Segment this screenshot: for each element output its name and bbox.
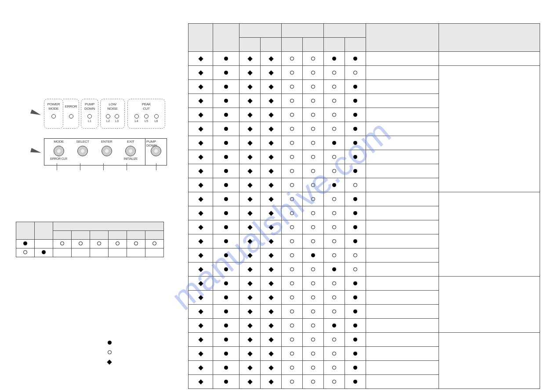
filled-circle-icon: [332, 57, 336, 61]
table-header: [53, 222, 164, 231]
open-circle-icon: [311, 380, 315, 384]
rotary-knob-icon: [77, 146, 88, 156]
diamond-icon: [247, 309, 252, 314]
table-cell: [239, 52, 261, 66]
filled-circle-icon: [224, 211, 228, 215]
switch-group-pump: PUMP DOWN: [145, 139, 167, 165]
table-cell: [303, 220, 324, 234]
table-cell: [239, 333, 261, 347]
open-circle-icon: [311, 281, 315, 285]
table-cell: [189, 192, 213, 206]
open-circle-icon: [97, 241, 101, 245]
table-cell: [213, 361, 239, 375]
table-cell: [90, 248, 109, 257]
table-header: [35, 222, 53, 240]
table-cell-desc: [439, 66, 540, 192]
table-cell: [213, 150, 239, 164]
table-cell: [261, 234, 282, 248]
table-cell: [189, 52, 213, 66]
diamond-icon: [247, 183, 252, 187]
open-circle-icon: [79, 241, 83, 245]
table-cell: [127, 240, 145, 248]
diamond-icon: [268, 365, 273, 370]
open-circle-icon: [332, 225, 336, 229]
table-cell: [261, 178, 282, 192]
table-cell: [303, 150, 324, 164]
table-cell: [189, 80, 213, 94]
table-row: [16, 240, 164, 248]
table-cell: [239, 192, 261, 206]
table-cell: [345, 150, 366, 164]
table-cell: [213, 305, 239, 319]
filled-circle-icon: [224, 183, 228, 187]
table-cell: [213, 220, 239, 234]
table-cell: [35, 248, 53, 257]
filled-circle-icon: [224, 338, 228, 342]
filled-circle-icon: [224, 113, 228, 117]
legend-item: [105, 357, 113, 367]
diamond-icon: [268, 295, 273, 300]
filled-circle-icon: [353, 113, 357, 117]
diamond-icon: [268, 169, 273, 173]
table-cell: [345, 122, 366, 136]
filled-circle-icon: [224, 380, 228, 384]
diamond-icon: [247, 197, 252, 201]
open-circle-icon: [332, 113, 336, 117]
diamond-icon: [198, 379, 203, 384]
table-cell: [213, 206, 239, 220]
open-circle-icon: [311, 85, 315, 89]
table-cell: [303, 122, 324, 136]
open-circle-icon: [311, 309, 315, 313]
table-cell: [189, 347, 213, 361]
switch-select: SELECT: [73, 139, 92, 162]
open-circle-icon: [311, 366, 315, 370]
table-cell: [324, 94, 345, 108]
led-label: PEAK CUT: [129, 100, 164, 113]
table-cell: [261, 220, 282, 234]
table-cell: [261, 150, 282, 164]
table-cell: [282, 333, 303, 347]
filled-circle-icon: [353, 281, 357, 285]
open-circle-icon: [332, 309, 336, 313]
table-row: [189, 52, 540, 66]
table-cell: [239, 206, 261, 220]
filled-circle-icon: [224, 253, 228, 257]
table-cell-desc: [366, 361, 439, 375]
open-circle-icon: [290, 183, 294, 187]
diamond-icon: [268, 98, 273, 103]
table-header: [213, 24, 239, 52]
table-cell: [239, 136, 261, 150]
switch-label: MODE: [54, 140, 64, 145]
table-cell: [189, 361, 213, 375]
open-circle-icon: [332, 380, 336, 384]
diamond-icon: [198, 351, 203, 356]
table-cell: [189, 234, 213, 248]
table-cell: [213, 52, 239, 66]
table-cell: [239, 164, 261, 178]
diamond-icon: [268, 337, 273, 342]
table-cell: [324, 277, 345, 291]
filled-circle-icon: [311, 253, 315, 257]
table-cell: [324, 122, 345, 136]
table-row: [189, 277, 540, 291]
table-header: [303, 38, 324, 52]
table-cell-desc: [366, 192, 439, 206]
table-cell: [189, 263, 213, 277]
open-circle-icon: [311, 99, 315, 103]
connector-line-icon: [103, 163, 104, 170]
table-cell: [303, 66, 324, 80]
pointer-arrow-icon: [30, 148, 42, 155]
open-circle-icon: [332, 338, 336, 342]
table-cell: [282, 52, 303, 66]
table-cell: [282, 234, 303, 248]
filled-circle-icon: [224, 225, 228, 229]
open-circle-icon: [290, 141, 294, 145]
open-circle-icon: [332, 366, 336, 370]
diamond-icon: [198, 337, 203, 342]
table-cell: [239, 291, 261, 305]
led-sub: L1: [88, 119, 91, 122]
filled-circle-icon: [224, 324, 228, 327]
table-cell: [239, 94, 261, 108]
open-circle-icon: [311, 71, 315, 75]
diamond-icon: [247, 295, 252, 300]
